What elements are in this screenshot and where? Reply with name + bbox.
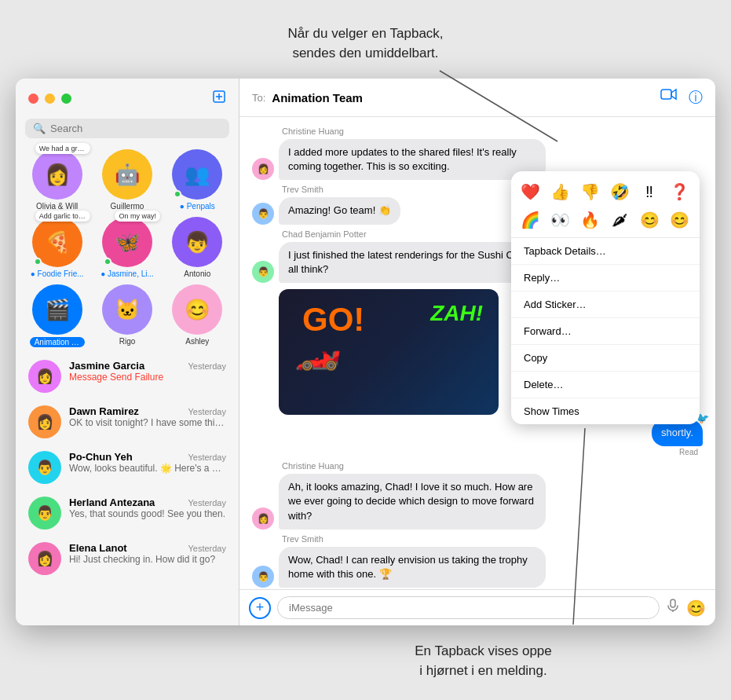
tapback-reaction-10[interactable]: 😊 bbox=[637, 207, 662, 233]
tapback-reaction-4[interactable]: ‼️ bbox=[637, 179, 662, 204]
pinned-item-jasmine-li[interactable]: 🦋On my way!● Jasmine, Li... bbox=[95, 217, 159, 278]
search-icon: 🔍 bbox=[33, 123, 46, 134]
tapback-option-1[interactable]: Reply… bbox=[511, 265, 700, 291]
incoming-message-row: 👨Wow, Chad! I can really envision us tak… bbox=[252, 547, 703, 588]
emoji-button[interactable]: 😊 bbox=[686, 599, 706, 618]
message-sender-name: Christine Huang bbox=[282, 126, 703, 136]
message-avatar: 👩 bbox=[252, 508, 274, 530]
pinned-item-foodie-friends[interactable]: 🍕Add garlic to the butter, and then...● … bbox=[25, 217, 89, 278]
pinned-contact-label: Olivia & Will bbox=[36, 202, 78, 211]
tapback-reaction-6[interactable]: 🌈 bbox=[517, 207, 543, 233]
conversation-list: 👩Jasmine GarciaYesterdayMessage Send Fai… bbox=[16, 354, 239, 625]
pinned-item-penpals[interactable]: 👥● Penpals bbox=[166, 149, 229, 211]
tapback-option-4[interactable]: Copy bbox=[511, 345, 700, 372]
tapback-reaction-7[interactable]: 👀 bbox=[547, 207, 572, 233]
conversation-name: Elena Lanot bbox=[69, 542, 127, 554]
chat-header-actions: ⓘ bbox=[660, 88, 703, 107]
svg-rect-5 bbox=[661, 90, 671, 99]
tapback-options: Tapback Details…Reply…Add Sticker…Forwar… bbox=[511, 238, 700, 424]
annotation-top: Når du velger en Tapback, sendes den umi… bbox=[0, 0, 731, 86]
conversation-avatar: 👨 bbox=[28, 497, 61, 530]
app-window: 🔍 👩We had a great time. Home with...Oliv… bbox=[16, 79, 715, 625]
tapback-reaction-9[interactable]: 🌶 bbox=[607, 207, 632, 233]
pinned-contact-label: ● Foodie Frie... bbox=[31, 269, 84, 278]
pinned-item-animation-team[interactable]: 🎬Animation Team bbox=[25, 284, 89, 347]
tapback-reaction-5[interactable]: ❓ bbox=[667, 179, 692, 204]
tapback-option-0[interactable]: Tapback Details… bbox=[511, 238, 700, 265]
conversation-time: Yesterday bbox=[188, 407, 226, 416]
conversation-item-herland-antezana[interactable]: 👨Herland AntezanaYesterdayYes, that soun… bbox=[19, 490, 236, 536]
conversation-time: Yesterday bbox=[188, 361, 226, 371]
tapback-reaction-0[interactable]: ❤️ bbox=[517, 179, 543, 204]
info-icon[interactable]: ⓘ bbox=[689, 88, 703, 107]
add-attachment-button[interactable]: + bbox=[249, 597, 271, 619]
tapback-reaction-8[interactable]: 🔥 bbox=[577, 207, 602, 233]
video-call-icon[interactable] bbox=[660, 88, 678, 107]
sushi-car-image: 🏎️ZAH!GO! bbox=[279, 289, 499, 415]
conversation-item-dawn-ramirez[interactable]: 👩Dawn RamirezYesterdayOK to visit tonigh… bbox=[19, 399, 236, 445]
conversation-name: Herland Antezana bbox=[69, 497, 155, 508]
online-indicator bbox=[104, 258, 111, 266]
annotation-bottom: En Tapback vises oppe i hjørnet i en mel… bbox=[236, 621, 731, 700]
tapback-option-2[interactable]: Add Sticker… bbox=[511, 291, 700, 318]
conversation-preview: Wow, looks beautiful. 🌟 Here's a photo o… bbox=[69, 463, 226, 474]
conversation-name: Jasmine Garcia bbox=[69, 360, 144, 372]
pinned-contact-label: ● Penpals bbox=[180, 202, 215, 211]
tapback-option-5[interactable]: Delete… bbox=[511, 372, 700, 398]
minimize-button[interactable] bbox=[45, 93, 55, 104]
tapback-reaction-11[interactable]: 😊 bbox=[667, 207, 692, 233]
svg-rect-6 bbox=[671, 599, 675, 607]
message-input[interactable] bbox=[277, 596, 660, 619]
annotation-bottom-line1: En Tapback vises oppe bbox=[415, 641, 552, 662]
pinned-item-olivia-will[interactable]: 👩We had a great time. Home with...Olivia… bbox=[25, 149, 89, 211]
conversation-avatar: 👩 bbox=[28, 542, 61, 575]
message-sender-name: Christine Huang bbox=[282, 461, 703, 471]
tapback-reaction-3[interactable]: 🤣 bbox=[607, 179, 632, 204]
message-bubble-msg3: I just finished the latest renderings fo… bbox=[279, 242, 546, 283]
message-bubble-preview: Add garlic to the butter, and then... bbox=[35, 211, 90, 222]
conversation-item-jasmine-garcia[interactable]: 👩Jasmine GarciaYesterdayMessage Send Fai… bbox=[19, 354, 236, 399]
sidebar: 🔍 👩We had a great time. Home with...Oliv… bbox=[16, 79, 239, 625]
annotation-bottom-line2: i hjørnet i en melding. bbox=[415, 661, 552, 681]
annotation-top-line2: sendes den umiddelbart. bbox=[287, 43, 443, 64]
image-row-avatar bbox=[252, 393, 274, 415]
input-area: + 😊 bbox=[239, 589, 715, 625]
pinned-contacts-grid: 👩We had a great time. Home with...Olivia… bbox=[16, 146, 239, 354]
tapback-reaction-2[interactable]: 👎 bbox=[577, 179, 602, 204]
pinned-item-antonio[interactable]: 👦Antonio bbox=[166, 217, 229, 278]
message-group-msg6: Trev Smith👨Wow, Chad! I can really envis… bbox=[252, 534, 703, 588]
message-bubble-msg5: Ah, it looks amazing, Chad! I love it so… bbox=[279, 474, 546, 530]
pinned-contact-label: Animation Team bbox=[30, 337, 85, 347]
pinned-item-rigo[interactable]: 🐱Rigo bbox=[95, 284, 159, 347]
search-input[interactable] bbox=[50, 123, 221, 134]
conversation-item-po-chun-yeh[interactable]: 👨Po-Chun YehYesterdayWow, looks beautifu… bbox=[19, 445, 236, 490]
incoming-message-row: 👩Ah, it looks amazing, Chad! I love it s… bbox=[252, 474, 703, 530]
tapback-option-6[interactable]: Show Times bbox=[511, 398, 700, 424]
tapback-option-3[interactable]: Forward… bbox=[511, 318, 700, 345]
pinned-item-guillermo[interactable]: 🤖Guillermo bbox=[95, 149, 159, 211]
plus-icon: + bbox=[256, 599, 265, 616]
conversation-name: Dawn Ramirez bbox=[69, 405, 139, 417]
compose-button[interactable] bbox=[212, 90, 226, 108]
online-indicator bbox=[34, 258, 42, 266]
annotation-top-line1: Når du velger en Tapback, bbox=[287, 24, 443, 44]
pinned-contact-label: Ashley bbox=[185, 337, 209, 346]
conversation-item-elena-lanot[interactable]: 👩Elena LanotYesterdayHi! Just checking i… bbox=[19, 536, 236, 581]
pinned-contact-label: Rigo bbox=[119, 337, 136, 346]
pinned-item-ashley[interactable]: 😊Ashley bbox=[166, 284, 229, 347]
message-avatar: 👨 bbox=[252, 566, 274, 588]
tapback-menu: ❤️👍👎🤣‼️❓🌈👀🔥🌶😊😊 Tapback Details…Reply…Add… bbox=[511, 171, 700, 424]
conversation-avatar: 👩 bbox=[28, 405, 61, 438]
message-avatar: 👨 bbox=[252, 203, 274, 225]
audio-record-icon[interactable] bbox=[666, 599, 680, 617]
maximize-button[interactable] bbox=[61, 93, 71, 104]
conversation-preview: Message Send Failure bbox=[69, 372, 226, 383]
message-bubble-msg6: Wow, Chad! I can really envision us taki… bbox=[279, 547, 546, 588]
pinned-contact-label: Antonio bbox=[184, 269, 210, 278]
pinned-contact-label: Guillermo bbox=[111, 202, 144, 211]
tapback-reaction-1[interactable]: 👍 bbox=[547, 179, 572, 204]
chat-recipient-name: Animation Team bbox=[272, 91, 363, 104]
message-sender-name: Trev Smith bbox=[282, 534, 703, 544]
close-button[interactable] bbox=[28, 93, 38, 104]
pinned-contact-label: ● Jasmine, Li... bbox=[101, 269, 154, 278]
